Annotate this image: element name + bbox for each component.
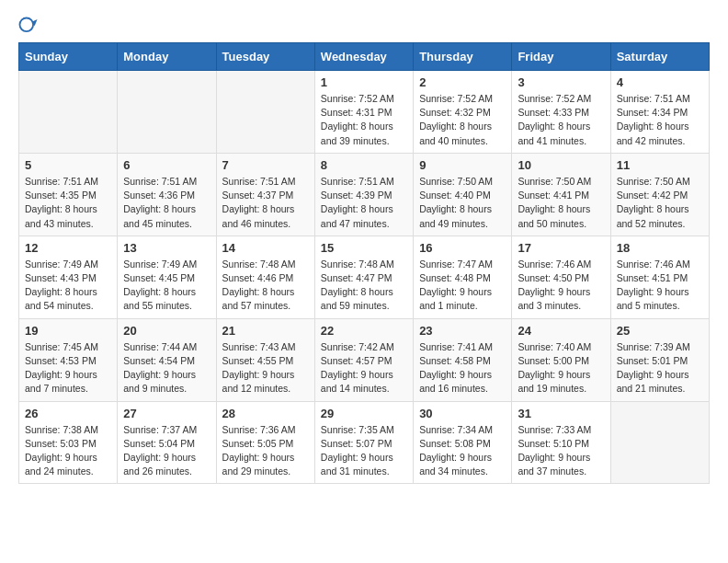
day-number: 3 <box>518 75 604 89</box>
calendar-cell: 8Sunrise: 7:51 AM Sunset: 4:39 PM Daylig… <box>314 153 413 236</box>
calendar-cell: 7Sunrise: 7:51 AM Sunset: 4:37 PM Daylig… <box>216 153 314 236</box>
calendar-cell: 28Sunrise: 7:36 AM Sunset: 5:05 PM Dayli… <box>216 401 314 484</box>
calendar-cell: 19Sunrise: 7:45 AM Sunset: 4:53 PM Dayli… <box>19 318 118 401</box>
calendar-week-row: 5Sunrise: 7:51 AM Sunset: 4:35 PM Daylig… <box>19 153 710 236</box>
calendar-cell <box>610 401 709 484</box>
day-info: Sunrise: 7:49 AM Sunset: 4:45 PM Dayligh… <box>123 258 210 314</box>
calendar-cell: 27Sunrise: 7:37 AM Sunset: 5:04 PM Dayli… <box>118 401 216 484</box>
calendar-cell: 1Sunrise: 7:52 AM Sunset: 4:31 PM Daylig… <box>314 71 413 154</box>
day-number: 15 <box>321 241 407 255</box>
day-number: 6 <box>123 158 210 172</box>
day-number: 20 <box>123 324 210 338</box>
calendar-cell: 31Sunrise: 7:33 AM Sunset: 5:10 PM Dayli… <box>512 401 610 484</box>
day-number: 10 <box>518 158 604 172</box>
day-number: 2 <box>419 75 506 89</box>
weekday-header-sunday: Sunday <box>19 43 118 71</box>
calendar-cell: 25Sunrise: 7:39 AM Sunset: 5:01 PM Dayli… <box>610 318 709 401</box>
calendar-cell: 21Sunrise: 7:43 AM Sunset: 4:55 PM Dayli… <box>216 318 314 401</box>
calendar-cell: 29Sunrise: 7:35 AM Sunset: 5:07 PM Dayli… <box>314 401 413 484</box>
day-number: 4 <box>617 75 703 89</box>
calendar-cell: 15Sunrise: 7:48 AM Sunset: 4:47 PM Dayli… <box>314 236 413 318</box>
day-number: 19 <box>25 324 111 338</box>
day-info: Sunrise: 7:40 AM Sunset: 5:00 PM Dayligh… <box>518 340 604 396</box>
day-info: Sunrise: 7:51 AM Sunset: 4:34 PM Dayligh… <box>617 92 703 148</box>
calendar-table: SundayMondayTuesdayWednesdayThursdayFrid… <box>18 42 710 484</box>
day-number: 9 <box>419 158 506 172</box>
calendar-cell: 16Sunrise: 7:47 AM Sunset: 4:48 PM Dayli… <box>414 236 512 318</box>
calendar-cell: 17Sunrise: 7:46 AM Sunset: 4:50 PM Dayli… <box>512 236 610 318</box>
weekday-header-saturday: Saturday <box>610 43 709 71</box>
day-number: 16 <box>419 241 506 255</box>
day-number: 8 <box>321 158 407 172</box>
calendar-week-row: 12Sunrise: 7:49 AM Sunset: 4:43 PM Dayli… <box>19 236 710 318</box>
day-number: 31 <box>518 407 604 420</box>
day-info: Sunrise: 7:42 AM Sunset: 4:57 PM Dayligh… <box>321 340 407 396</box>
day-info: Sunrise: 7:37 AM Sunset: 5:04 PM Dayligh… <box>123 423 210 479</box>
calendar-cell: 4Sunrise: 7:51 AM Sunset: 4:34 PM Daylig… <box>610 71 709 154</box>
day-info: Sunrise: 7:39 AM Sunset: 5:01 PM Dayligh… <box>617 340 703 396</box>
day-number: 28 <box>222 407 309 420</box>
day-info: Sunrise: 7:52 AM Sunset: 4:31 PM Dayligh… <box>321 92 407 148</box>
day-info: Sunrise: 7:51 AM Sunset: 4:37 PM Dayligh… <box>222 175 309 231</box>
calendar-cell: 13Sunrise: 7:49 AM Sunset: 4:45 PM Dayli… <box>118 236 216 318</box>
day-number: 14 <box>222 241 309 255</box>
calendar-cell: 30Sunrise: 7:34 AM Sunset: 5:08 PM Dayli… <box>414 401 512 484</box>
weekday-header-thursday: Thursday <box>414 43 512 71</box>
day-info: Sunrise: 7:36 AM Sunset: 5:05 PM Dayligh… <box>222 423 309 479</box>
calendar-cell: 24Sunrise: 7:40 AM Sunset: 5:00 PM Dayli… <box>512 318 610 401</box>
day-number: 24 <box>518 324 604 338</box>
calendar-cell: 18Sunrise: 7:46 AM Sunset: 4:51 PM Dayli… <box>610 236 709 318</box>
day-info: Sunrise: 7:34 AM Sunset: 5:08 PM Dayligh… <box>419 423 506 479</box>
logo-icon <box>18 17 39 37</box>
calendar-week-row: 26Sunrise: 7:38 AM Sunset: 5:03 PM Dayli… <box>19 401 710 484</box>
day-info: Sunrise: 7:46 AM Sunset: 4:50 PM Dayligh… <box>518 258 604 314</box>
day-number: 12 <box>25 241 111 255</box>
calendar-cell: 3Sunrise: 7:52 AM Sunset: 4:33 PM Daylig… <box>512 71 610 154</box>
day-info: Sunrise: 7:35 AM Sunset: 5:07 PM Dayligh… <box>321 423 407 479</box>
day-number: 23 <box>419 324 506 338</box>
day-info: Sunrise: 7:43 AM Sunset: 4:55 PM Dayligh… <box>222 340 309 396</box>
calendar-cell: 22Sunrise: 7:42 AM Sunset: 4:57 PM Dayli… <box>314 318 413 401</box>
day-number: 27 <box>123 407 210 420</box>
day-number: 22 <box>321 324 407 338</box>
day-number: 5 <box>25 158 111 172</box>
calendar-cell <box>19 71 118 154</box>
calendar-cell <box>118 71 216 154</box>
day-info: Sunrise: 7:51 AM Sunset: 4:39 PM Dayligh… <box>321 175 407 231</box>
day-number: 1 <box>321 75 407 89</box>
calendar-header: SundayMondayTuesdayWednesdayThursdayFrid… <box>19 43 710 71</box>
calendar-cell: 14Sunrise: 7:48 AM Sunset: 4:46 PM Dayli… <box>216 236 314 318</box>
calendar-cell: 12Sunrise: 7:49 AM Sunset: 4:43 PM Dayli… <box>19 236 118 318</box>
day-info: Sunrise: 7:52 AM Sunset: 4:33 PM Dayligh… <box>518 92 604 148</box>
day-info: Sunrise: 7:52 AM Sunset: 4:32 PM Dayligh… <box>419 92 506 148</box>
day-info: Sunrise: 7:41 AM Sunset: 4:58 PM Dayligh… <box>419 340 506 396</box>
day-number: 7 <box>222 158 309 172</box>
calendar-week-row: 19Sunrise: 7:45 AM Sunset: 4:53 PM Dayli… <box>19 318 710 401</box>
day-info: Sunrise: 7:48 AM Sunset: 4:46 PM Dayligh… <box>222 258 309 314</box>
day-info: Sunrise: 7:49 AM Sunset: 4:43 PM Dayligh… <box>25 258 111 314</box>
day-info: Sunrise: 7:33 AM Sunset: 5:10 PM Dayligh… <box>518 423 604 479</box>
calendar-cell: 20Sunrise: 7:44 AM Sunset: 4:54 PM Dayli… <box>118 318 216 401</box>
calendar-cell <box>216 71 314 154</box>
calendar-cell: 26Sunrise: 7:38 AM Sunset: 5:03 PM Dayli… <box>19 401 118 484</box>
calendar-cell: 2Sunrise: 7:52 AM Sunset: 4:32 PM Daylig… <box>414 71 512 154</box>
day-number: 11 <box>617 158 703 172</box>
day-number: 29 <box>321 407 407 420</box>
day-info: Sunrise: 7:50 AM Sunset: 4:40 PM Dayligh… <box>419 175 506 231</box>
calendar-week-row: 1Sunrise: 7:52 AM Sunset: 4:31 PM Daylig… <box>19 71 710 154</box>
weekday-header-tuesday: Tuesday <box>216 43 314 71</box>
svg-point-0 <box>19 17 33 31</box>
day-info: Sunrise: 7:51 AM Sunset: 4:35 PM Dayligh… <box>25 175 111 231</box>
day-info: Sunrise: 7:45 AM Sunset: 4:53 PM Dayligh… <box>25 340 111 396</box>
day-number: 30 <box>419 407 506 420</box>
weekday-header-wednesday: Wednesday <box>314 43 413 71</box>
calendar-cell: 6Sunrise: 7:51 AM Sunset: 4:36 PM Daylig… <box>118 153 216 236</box>
calendar-cell: 10Sunrise: 7:50 AM Sunset: 4:41 PM Dayli… <box>512 153 610 236</box>
calendar-cell: 9Sunrise: 7:50 AM Sunset: 4:40 PM Daylig… <box>414 153 512 236</box>
day-info: Sunrise: 7:44 AM Sunset: 4:54 PM Dayligh… <box>123 340 210 396</box>
weekday-header-monday: Monday <box>118 43 216 71</box>
day-number: 17 <box>518 241 604 255</box>
page-header <box>9 9 719 42</box>
day-number: 26 <box>25 407 111 420</box>
weekday-header-friday: Friday <box>512 43 610 71</box>
